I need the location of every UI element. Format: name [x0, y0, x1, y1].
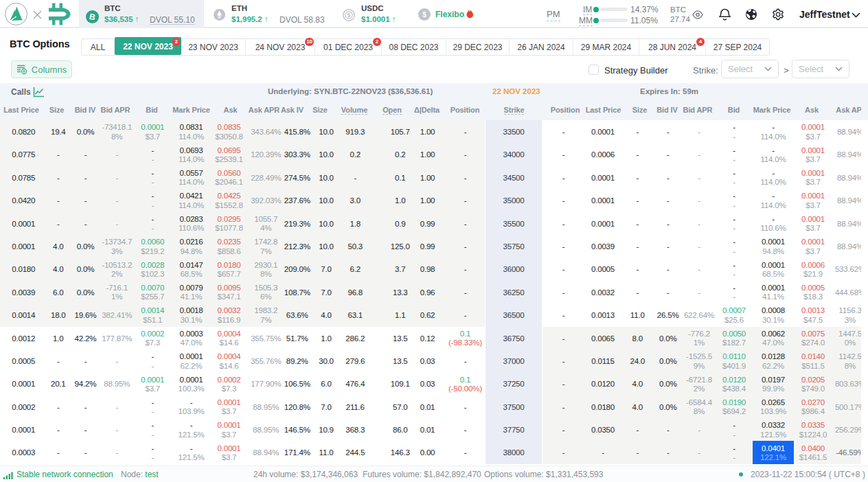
svg-text:$: $ [347, 12, 350, 19]
svg-text:$: $ [422, 11, 426, 19]
